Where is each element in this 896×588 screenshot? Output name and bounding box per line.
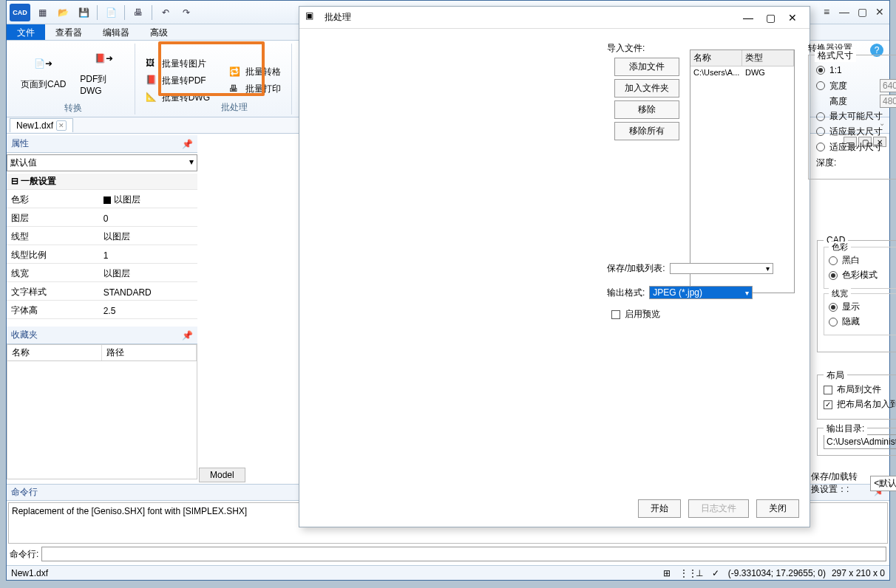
properties-table: ⊟ 一般设置 色彩以图层 图层0 线型以图层 线型比例1 线宽以图层 文字样式S… [7,174,197,319]
status-file: New1.dxf [11,568,48,578]
remove-button[interactable]: 移除 [614,100,679,119]
add-file-button[interactable]: 添加文件 [614,58,679,76]
output-format-label: 输出格式: [607,287,645,299]
max-size-radio[interactable] [816,112,825,121]
favorites-title: 收藏夹📌 [7,327,197,344]
status-coords: (-9.331034; 17.29655; 0) [728,568,826,578]
pin-icon[interactable]: 📌 [182,139,193,149]
dialog-icon: ▣ [305,10,320,25]
batch-to-image-button[interactable]: 🖼批量转图片 [143,57,213,71]
loadset-dropdown[interactable]: <默认> [870,476,896,491]
layout-fieldset: 布局 布局到文件 把布局名加入到文件名里 [817,375,896,420]
fit-max-radio[interactable] [816,127,825,136]
lw-hide-radio[interactable] [829,318,838,327]
cad-fieldset: CAD 色彩 黑白 色彩模式 背景色 白色 黑白 布局 默认 模型 所有布局 所… [817,240,896,352]
menu-icon[interactable]: ≡ [820,5,833,18]
layout-to-file-checkbox[interactable] [824,386,832,394]
remove-all-button[interactable]: 移除所有 [614,122,679,140]
status-dims: 297 x 210 x 0 [832,568,885,578]
enable-preview-label: 启用预览 [625,308,660,321]
ortho-icon[interactable]: ⊥ [696,568,706,578]
properties-title: 属性📌 [7,135,197,153]
ribbon-tab-viewer[interactable]: 查看器 [45,24,92,40]
pdf-to-dwg-icon: 📕➜ [89,44,118,73]
new-icon[interactable]: ▦ [33,4,51,21]
import-label: 导入文件: [607,42,687,55]
left-properties-panel: 属性📌 默认值▾ ⊟ 一般设置 色彩以图层 图层0 线型以图层 线型比例1 线宽… [7,135,197,482]
snap-icon[interactable]: ⊞ [663,568,673,578]
file-list[interactable]: 名称类型 C:\Users\A...DWG [690,49,795,293]
maximize-icon[interactable]: ▢ [855,5,869,18]
dialog-title: 批处理 [325,11,737,24]
close-icon[interactable]: ✕ [873,5,886,18]
output-dir-fieldset: 输出目录: C:\Users\Administrator\Desktop\ 浏览 [817,428,896,456]
osnap-icon[interactable]: ✓ [712,568,722,578]
log-file-button: 日志文件 [688,499,749,518]
command-title: 命令行 [11,486,38,499]
open-icon[interactable]: 📂 [54,4,72,21]
print-icon[interactable]: 🖶 [129,4,147,21]
batch-to-pdf-button[interactable]: 📕批量转PDF [143,74,213,88]
page-to-cad-button[interactable]: 📄➜ 页面到CAD [20,44,67,96]
status-bar: New1.dxf ⊞ ⋮⋮ ⊥ ✓ (-9.331034; 17.29655; … [7,565,889,580]
dialog-minimize-icon[interactable]: — [737,9,759,27]
wh-radio[interactable] [816,81,825,90]
pdf-to-dwg-button[interactable]: 📕➜ PDF到DWG [80,44,126,96]
image-icon: 🖼 [146,58,157,69]
minimize-icon[interactable]: — [838,5,851,18]
printer-icon: 🖶 [229,83,241,95]
redo-icon[interactable]: ↷ [177,4,195,21]
loadset-label: 保存/加载转换设置：: [811,471,864,496]
color-mode-radio[interactable] [829,271,838,280]
save-list-dropdown[interactable] [670,263,773,274]
tab-close-icon[interactable]: ✕ [56,120,67,131]
batch-to-fmt-button[interactable]: 🔁批量转格 [226,65,284,79]
prop-section: ⊟ 一般设置 [7,174,197,189]
enable-preview-checkbox[interactable] [611,310,620,319]
app-logo-icon: CAD [10,4,30,21]
height-field: 480 [880,95,896,108]
ribbon-tab-advanced[interactable]: 高级 [140,24,178,40]
convert-icon: 🔁 [229,66,241,78]
batch-dialog: ▣ 批处理 — ▢ ✕ 导入文件: 添加文件 加入文件夹 移除 移除所有 名称类… [299,6,810,527]
output-format-dropdown[interactable]: JPEG (*.jpg) [649,286,753,299]
favorites-list [7,361,197,479]
dialog-close-icon[interactable]: ✕ [781,9,804,27]
pin-icon[interactable]: 📌 [182,330,193,341]
file-row[interactable]: C:\Users\A...DWG [690,66,794,78]
properties-filter-dropdown[interactable]: 默认值▾ [7,154,197,171]
ribbon-group-convert-label: 转换 [64,102,82,114]
favorites-columns: 名称路径 [7,344,197,361]
grid-icon[interactable]: ⋮⋮ [679,568,690,578]
undo-icon[interactable]: ↶ [157,4,174,21]
fit-min-radio[interactable] [816,143,825,151]
save-icon[interactable]: 💾 [75,4,92,21]
output-path-field[interactable]: C:\Users\Administrator\Desktop\ [824,434,896,449]
batch-to-dwg-button[interactable]: 📐批量转DWG [143,91,213,105]
save-list-label: 保存/加载列表: [607,262,665,275]
model-tab[interactable]: Model [199,468,245,482]
layout-name-checkbox[interactable] [824,400,832,409]
command-prompt: 命令行: [10,548,38,561]
ribbon-group-batch-label: 批处理 [221,101,248,114]
width-field: 640 [880,79,896,92]
batch-print-button[interactable]: 🖶批量打印 [226,82,284,96]
lw-show-radio[interactable] [829,303,838,312]
ratio-1-1-radio[interactable] [816,66,825,75]
add-folder-button[interactable]: 加入文件夹 [614,79,679,98]
pdf-icon: 📕 [146,75,157,86]
format-size-fieldset: 格式尺寸 1:1DPI:96 宽度640像素自动宽度 高度480像素自动高度 最… [808,55,896,180]
command-input[interactable] [41,547,886,561]
page-to-cad-icon: 📄➜ [29,49,58,78]
dwg-icon: 📐 [146,92,157,103]
document-tab[interactable]: New1.dxf ✕ [10,118,73,132]
start-button[interactable]: 开始 [638,499,681,518]
color-bw-radio[interactable] [829,256,838,265]
ribbon-tab-file[interactable]: 文件 [7,24,45,40]
ribbon-tab-editor[interactable]: 编辑器 [92,24,140,40]
dialog-maximize-icon[interactable]: ▢ [759,9,781,27]
export-pdf-icon[interactable]: 📄 [102,4,120,21]
close-button[interactable]: 关闭 [756,499,799,518]
document-tab-label: New1.dxf [16,120,53,131]
